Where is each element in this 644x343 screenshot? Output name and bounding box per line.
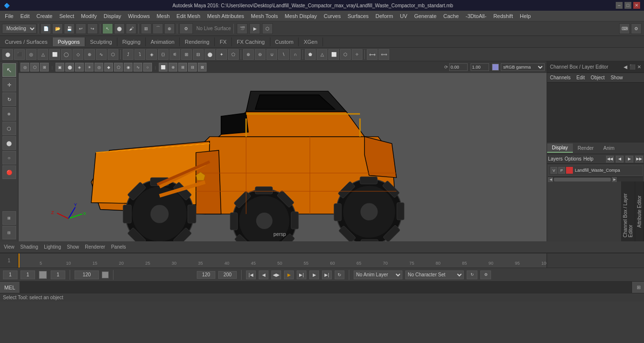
triangulate-btn[interactable]: △	[317, 49, 327, 60]
split-btn[interactable]: ⚟	[170, 49, 180, 60]
model-viewport[interactable]: X Y Z persp	[19, 73, 547, 241]
panels-menu[interactable]: Panels	[109, 244, 128, 250]
loop-btn[interactable]: ↻	[335, 271, 344, 279]
boolean-diff-btn[interactable]: ∖	[278, 49, 289, 60]
menu-redshift[interactable]: Redshift	[491, 12, 516, 20]
smooth-btn[interactable]: ⬟	[305, 49, 316, 60]
show-menu[interactable]: Show	[610, 75, 623, 80]
attribute-editor-label[interactable]: Attribute Editor	[635, 181, 644, 241]
vp-toon-btn[interactable]: |	[153, 63, 158, 72]
script-editor-btn[interactable]: ⌨	[619, 23, 630, 34]
paint-select-btn[interactable]: 🔴	[2, 165, 16, 179]
prev-frame-btn[interactable]: ◀	[259, 271, 268, 279]
vp-wireframe-btn[interactable]: ▣	[56, 63, 64, 72]
snap-curve-btn[interactable]: ⌒	[152, 23, 163, 34]
scroll-thumb[interactable]	[554, 178, 611, 181]
tab-animation[interactable]: Animation	[146, 37, 180, 46]
snap-grid-left-btn[interactable]: ⊞	[2, 211, 16, 225]
tab-custom[interactable]: Custom	[270, 37, 299, 46]
vp-sss-btn[interactable]: ○	[143, 63, 152, 72]
skip-back-btn[interactable]: |◀	[246, 271, 256, 279]
cone-btn[interactable]: △	[38, 49, 48, 60]
shading-menu[interactable]: Shading	[19, 244, 40, 250]
undo-btn[interactable]: ↩	[76, 23, 86, 34]
vp-motion-blur-btn[interactable]: ⬠	[114, 63, 123, 72]
char-set-settings-btn[interactable]: ⚙	[480, 271, 491, 279]
minimize-button[interactable]: –	[616, 2, 623, 9]
end-frame-display[interactable]	[75, 271, 99, 279]
char-set-refresh-btn[interactable]: ↻	[467, 271, 477, 279]
bevel-btn[interactable]: ◈	[146, 49, 157, 60]
transport-goto-start[interactable]	[118, 271, 215, 279]
vp-render-btn[interactable]: ⬡	[30, 63, 39, 72]
tab-xgen[interactable]: XGen	[299, 37, 322, 46]
coord-y-input[interactable]	[471, 63, 489, 71]
batch-render-btn[interactable]: ⬡	[262, 23, 273, 34]
soft-select-btn[interactable]: ⬤	[2, 136, 16, 150]
menu-modify[interactable]: Modify	[78, 12, 99, 20]
plane-btn[interactable]: ⬜	[49, 49, 60, 60]
play-back-btn[interactable]: ◀▶	[271, 271, 281, 279]
new-scene-btn[interactable]: 📄	[40, 23, 51, 34]
menu-help[interactable]: Help	[517, 12, 534, 20]
lasso-select-btn[interactable]: ○	[2, 151, 16, 164]
settings-btn[interactable]: ⚙	[631, 23, 642, 34]
select-tool-btn[interactable]: ↖	[2, 63, 16, 77]
vp-gate-btn[interactable]: ⊟	[188, 63, 197, 72]
current-frame-start[interactable]	[3, 271, 18, 279]
vp-camera-btn[interactable]: ◎	[20, 63, 29, 72]
menu-curves[interactable]: Curves	[321, 12, 344, 20]
vp-isolate-btn[interactable]: ⬜	[159, 63, 168, 72]
layer-playback-btn[interactable]: P	[558, 167, 565, 174]
timeline-track[interactable]: 5 10 15 20 25 30 35 40 45 50 55 60 65 70…	[19, 253, 547, 268]
vp-aa-btn[interactable]: ∿	[133, 63, 142, 72]
menu-surfaces[interactable]: Surfaces	[344, 12, 371, 20]
cube-btn[interactable]: ⬛	[14, 49, 25, 60]
cleanup-btn[interactable]: ✧	[352, 49, 362, 60]
show-menu-vp[interactable]: Show	[65, 244, 81, 250]
prism-btn[interactable]: ◇	[73, 49, 83, 60]
play-forward-btn[interactable]: ▶|	[297, 271, 306, 279]
vp-hud2-btn[interactable]: ⊠	[198, 63, 207, 72]
layer-scrollbar[interactable]: ◀ ▶	[548, 177, 643, 181]
display-tab[interactable]: Display	[547, 144, 573, 153]
wedge-btn[interactable]: ⬠	[228, 49, 239, 60]
layer-name-label[interactable]: Landfill_Waste_Compa	[575, 168, 641, 173]
channel-box-vertical-label[interactable]: Channel Box / Layer Editor	[621, 181, 635, 241]
mel-settings-btn[interactable]: ⊞	[632, 282, 644, 293]
insert-loop-btn[interactable]: ⊞	[181, 49, 192, 60]
view-menu[interactable]: View	[2, 244, 17, 250]
combine-btn[interactable]: ⊕	[243, 49, 254, 60]
menu-mesh-tools[interactable]: Mesh Tools	[248, 12, 281, 20]
next-frame-btn[interactable]: ▶	[309, 271, 319, 279]
skip-forward-btn[interactable]: ▶|	[322, 271, 332, 279]
mirror-btn[interactable]: ⟷	[367, 49, 378, 60]
frame-input[interactable]	[51, 271, 65, 279]
range-start-input[interactable]	[197, 271, 215, 279]
menu-mesh-display[interactable]: Mesh Display	[282, 12, 320, 20]
torus-btn[interactable]: ◯	[61, 49, 72, 60]
maximize-button[interactable]: □	[625, 2, 631, 9]
extrude-btn[interactable]: ⤴	[123, 49, 133, 60]
close-panel-btn[interactable]: ✕	[637, 64, 641, 70]
poke-btn[interactable]: ✦	[216, 49, 227, 60]
collapse-btn[interactable]: ◀	[624, 64, 627, 70]
redo-btn[interactable]: ↪	[87, 23, 98, 34]
snap-surface-btn[interactable]: ⊟	[2, 226, 16, 239]
separate-btn[interactable]: ⊖	[255, 49, 265, 60]
lasso-btn[interactable]: ⬤	[114, 23, 125, 34]
layer-next-next-btn[interactable]: ▶▶	[635, 156, 643, 162]
workspace-dropdown[interactable]: Modeling	[2, 24, 37, 34]
fill-hole-btn[interactable]: ⬤	[205, 49, 215, 60]
snap-grid-btn[interactable]: ⊞	[141, 23, 152, 34]
render-view-btn[interactable]: 🎬	[237, 23, 247, 34]
coord-x-input[interactable]	[449, 63, 468, 71]
range-end-input[interactable]	[218, 271, 237, 279]
bridge-btn[interactable]: ⤵	[134, 49, 145, 60]
merge-btn[interactable]: ⟨⟩	[158, 49, 169, 60]
snap-point-btn[interactable]: ⊕	[164, 23, 175, 34]
close-button[interactable]: ✕	[633, 2, 640, 9]
open-btn[interactable]: 📂	[52, 23, 63, 34]
layers-menu[interactable]: Layers	[548, 156, 563, 162]
menu-mesh[interactable]: Mesh	[153, 12, 172, 20]
